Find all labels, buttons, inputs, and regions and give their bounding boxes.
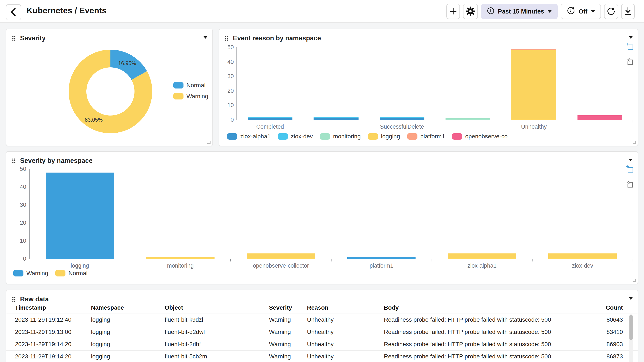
legend-item-warning[interactable]: Warning: [173, 93, 208, 100]
legend-item-openobserve-co[interactable]: openobserve-co...: [452, 133, 512, 140]
refresh-icon: [607, 7, 616, 16]
donut-percentage-label: 16.95%: [118, 60, 136, 66]
legend-item-ziox-dev[interactable]: ziox-dev: [278, 133, 313, 140]
bar-ziox-alpha1: [448, 254, 516, 259]
bar-segment-logging: [512, 50, 556, 120]
legend-swatch: [13, 270, 24, 276]
legend-label: monitoring: [333, 133, 361, 140]
x-axis-tick: [501, 120, 501, 122]
panel-header: Severity by namespace: [6, 152, 638, 165]
panel-menu-caret[interactable]: [204, 36, 207, 39]
add-panel-button[interactable]: [446, 4, 460, 19]
resize-handle-icon[interactable]: [207, 141, 210, 144]
x-axis-label: SuccessfulDelete: [380, 124, 424, 130]
legend-label: platform1: [420, 133, 445, 140]
legend-item-normal[interactable]: Normal: [173, 82, 208, 89]
bar-unhealthy: [512, 49, 556, 120]
time-range-dropdown[interactable]: Past 15 Minutes: [481, 4, 558, 19]
caret-down-icon: [591, 10, 595, 13]
table-cell: Readiness probe failed: HTTP probe faile…: [384, 316, 591, 323]
legend-swatch: [55, 270, 66, 276]
bar-category-4: [446, 118, 490, 120]
legend-item-warning[interactable]: Warning: [13, 270, 48, 277]
resize-handle-icon[interactable]: [632, 279, 636, 282]
drag-handle-icon[interactable]: [225, 36, 229, 41]
clock-icon: [487, 7, 494, 16]
drag-handle-icon[interactable]: [12, 158, 16, 164]
plus-icon: [449, 7, 457, 16]
auto-refresh-label: Off: [578, 8, 588, 15]
app-header: Kubernetes / Events: [0, 0, 644, 23]
gear-icon: [466, 6, 475, 17]
back-button[interactable]: [6, 4, 21, 20]
y-axis-label: 50: [20, 166, 26, 172]
legend-item-monitoring[interactable]: monitoring: [320, 133, 361, 140]
bar-platform1: [347, 257, 416, 259]
panel-header: Severity: [6, 29, 212, 43]
table-cell: Warning: [269, 341, 307, 348]
bar-monitoring: [146, 257, 214, 259]
table-scrollbar-track: [630, 314, 632, 362]
table-cell: 2023-11-29T19:14:20: [15, 353, 91, 360]
raw-data-table: 2023-11-29T19:12:40loggingfluent-bit-k9d…: [6, 314, 638, 362]
table-cell: logging: [91, 341, 165, 348]
table-cell: Readiness probe failed: HTTP probe faile…: [384, 329, 591, 336]
legend-label: Normal: [186, 82, 206, 89]
panel-menu-caret[interactable]: [629, 36, 632, 39]
panel-title: Event reason by namespace: [233, 34, 321, 42]
table-cell: Readiness probe failed: HTTP probe faile…: [384, 341, 591, 348]
panel-menu-caret[interactable]: [629, 159, 632, 161]
chevron-left-icon: [9, 8, 18, 17]
bar-successfuldelete: [380, 117, 424, 120]
resize-handle-icon[interactable]: [632, 141, 636, 144]
legend-label: ziox-dev: [291, 133, 313, 140]
column-header-severity: Severity: [269, 304, 307, 311]
table-cell: Warning: [269, 329, 307, 336]
panel-raw-data: Raw data TimestampNamespaceObjectSeverit…: [6, 290, 638, 362]
table-cell: Unhealthy: [307, 329, 384, 336]
y-axis-label: 10: [228, 102, 234, 108]
settings-button[interactable]: [463, 4, 478, 19]
bar-openobserve-collector: [247, 254, 315, 259]
y-axis-label: 20: [228, 88, 234, 94]
donut-percentage-label: 83.05%: [85, 117, 102, 123]
legend-label: Normal: [68, 270, 88, 277]
legend-item-platform1[interactable]: platform1: [407, 133, 445, 140]
bar-segment-normal: [548, 254, 617, 259]
severity-donut-chart: [66, 47, 155, 136]
table-cell: fluent-bit-k9dzl: [165, 316, 269, 323]
x-axis-tick: [632, 120, 633, 122]
bar-ziox-dev: [548, 254, 617, 259]
bar-segment-ziox-dev: [314, 117, 358, 118]
y-axis-label: 10: [20, 238, 26, 244]
bar-segment-ziox-alpha1: [248, 118, 292, 120]
legend-item-logging[interactable]: logging: [368, 133, 400, 140]
bar-segment-normal: [247, 254, 315, 259]
panel-menu-caret[interactable]: [629, 297, 632, 300]
legend-swatch: [320, 133, 330, 140]
legend-swatch: [173, 93, 184, 100]
column-header-timestamp: Timestamp: [15, 304, 91, 311]
legend-item-normal[interactable]: Normal: [55, 270, 88, 277]
table-cell: fluent-bit-5cb2m: [165, 353, 269, 360]
table-scrollbar-thumb[interactable]: [630, 315, 632, 340]
refresh-button[interactable]: [604, 4, 618, 19]
x-axis-label: ziox-dev: [572, 262, 593, 269]
legend-label: Warning: [26, 270, 48, 277]
drag-handle-icon[interactable]: [12, 36, 16, 41]
bar-segment-ziox-dev: [248, 117, 292, 118]
legend-label: openobserve-co...: [465, 133, 512, 140]
donut-legend: NormalWarning: [173, 82, 208, 100]
y-axis-label: 0: [23, 256, 26, 262]
bar-segment-openobserve-collector: [578, 115, 622, 120]
auto-refresh-dropdown[interactable]: Off: [561, 4, 601, 19]
bar-segment-normal: [448, 254, 516, 259]
bar-logging: [46, 172, 114, 259]
legend-swatch: [452, 133, 462, 140]
drag-handle-icon[interactable]: [12, 296, 16, 302]
bar-completed: [248, 117, 292, 120]
legend-item-ziox-alpha1[interactable]: ziox-alpha1: [227, 133, 270, 140]
table-cell: 2023-11-29T19:14:20: [15, 341, 91, 348]
download-button[interactable]: [621, 4, 635, 19]
bar-segment-warning: [347, 257, 416, 259]
